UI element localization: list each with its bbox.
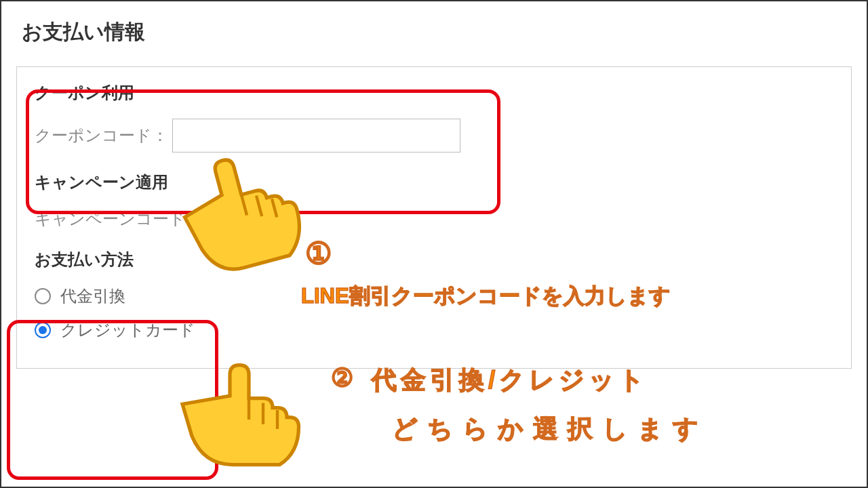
payment-method-section-label: お支払い方法	[35, 249, 833, 270]
payment-form-card: クーポン利用 クーポンコード： キャンペーン適用 キャンペーンコード： お支払い…	[16, 66, 852, 369]
radio-icon[interactable]	[35, 288, 51, 304]
radio-label[interactable]: クレジットカード	[60, 319, 195, 341]
annotation-text-2b: どちらか選択します	[392, 412, 708, 446]
coupon-field-row: クーポンコード：	[35, 119, 833, 152]
campaign-code-label: キャンペーンコード：	[35, 208, 202, 230]
payment-option-cod[interactable]: 代金引換	[35, 285, 833, 307]
page-title: お支払い情報	[22, 18, 852, 46]
radio-icon[interactable]	[35, 322, 51, 338]
coupon-section-label: クーポン利用	[35, 82, 833, 104]
coupon-code-input[interactable]	[172, 119, 460, 152]
campaign-section-label: キャンペーン適用	[35, 171, 833, 193]
campaign-field-row: キャンペーンコード：	[35, 208, 833, 230]
radio-label[interactable]: 代金引換	[60, 285, 125, 307]
payment-option-credit[interactable]: クレジットカード	[35, 319, 833, 341]
coupon-code-label: クーポンコード：	[35, 125, 168, 146]
